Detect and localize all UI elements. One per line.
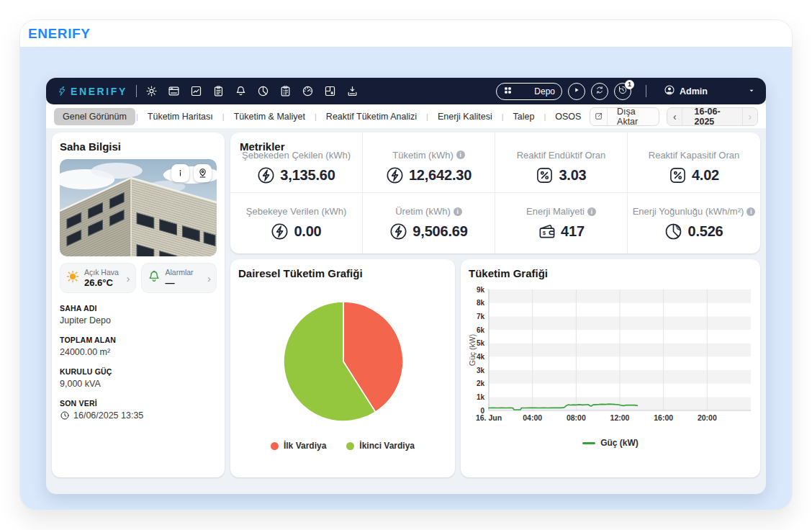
site-info-button[interactable] (171, 164, 189, 182)
app-window: ENERIFY ENERIFY Depo (20, 20, 792, 510)
weather-chip[interactable]: Açık Hava 26.6°C › (60, 263, 136, 293)
chevron-right-icon: › (207, 272, 211, 284)
tab-osos[interactable]: OSOS (546, 108, 590, 125)
apps-window-icon[interactable] (168, 85, 181, 98)
info-icon[interactable]: i (587, 207, 596, 216)
tab-tuketim-haritasi[interactable]: Tüketim Haritası (139, 108, 222, 125)
metric-value: 3,135.60 (257, 166, 335, 184)
field-label: SAHA ADI (60, 304, 217, 313)
metric-reaktif-kapasitif-oran: Reaktif Kapasitif Oran4.02 (628, 132, 760, 193)
alarms-chip[interactable]: Alarmlar — › (141, 263, 217, 293)
user-name: Admin (680, 86, 708, 96)
metric-tuketim-kwh: Tüketim (kWh)i12,642.30 (363, 132, 495, 193)
tab-separator: | (543, 112, 546, 121)
metric-value: 9,506.69 (389, 223, 467, 241)
site-location-button[interactable] (194, 164, 212, 182)
download-icon[interactable] (346, 85, 359, 98)
metric-label: Tüketim (kWh)i (392, 150, 465, 161)
external-link-icon (590, 108, 608, 125)
metric-number: 12,642.30 (409, 167, 472, 184)
percent-icon (536, 166, 554, 184)
metric-label: Şebekeye Verilen (kWh) (246, 206, 346, 217)
legend-label: İlk Vardiya (284, 441, 326, 451)
clipboard-icon[interactable] (212, 85, 225, 98)
metric-enerji-maliyeti: Enerji Maliyetii$417 (495, 193, 628, 253)
grid-icon (503, 86, 513, 97)
field-label: TOPLAM ALAN (60, 336, 217, 344)
x-tick-label: 12:00 (610, 413, 630, 422)
checklist-icon[interactable] (279, 85, 292, 98)
metric-reaktif-enduktif-oran: Reaktif Endüktif Oran3.03 (495, 132, 628, 193)
legend-item-i-lk-vardiya[interactable]: İlk Vardiya (271, 441, 326, 451)
metric-label: Reaktif Endüktif Oran (517, 150, 606, 161)
user-menu[interactable]: Admin (664, 84, 756, 99)
metric-value: $417 (538, 223, 585, 241)
line-chart-title: Tüketim Grafiği (469, 267, 752, 279)
y-tick-label: 5k (477, 339, 485, 347)
y-tick-label: 8k (477, 299, 485, 307)
metric-value: 4.02 (669, 166, 719, 184)
tab-separator: | (136, 112, 138, 121)
metric-label: Reaktif Kapasitif Oran (649, 150, 739, 161)
metric-number: 9,506.69 (412, 223, 467, 240)
brand-logo: ENERIFY (28, 26, 91, 42)
y-tick-label: 3k (477, 367, 485, 374)
info-icon[interactable]: i (454, 207, 462, 216)
bell-icon[interactable] (235, 85, 248, 98)
weather-value: 26.6°C (84, 277, 119, 288)
date-prev-button[interactable]: ‹ (667, 108, 682, 125)
tab-talep[interactable]: Talep (505, 108, 543, 125)
metric-number: 3,135.60 (280, 167, 335, 184)
user-icon (664, 84, 675, 99)
tab-list: Genel Görünüm|Tüketim Haritası|Tüketim &… (54, 108, 590, 125)
package-icon[interactable] (324, 85, 337, 98)
chevron-right-icon: › (127, 272, 130, 284)
date-next-button[interactable]: › (743, 108, 757, 125)
metric-label: Enerji Yoğunluğu (kWh/m²)i (633, 206, 756, 217)
y-tick-label: 7k (477, 313, 485, 320)
legend-item-i-kinci-vardiya[interactable]: İkinci Vardiya (346, 441, 415, 451)
pie-chart-card: Dairesel Tüketim Grafiği İlk Vardiyaİkin… (230, 259, 455, 477)
weather-label: Açık Hava (84, 268, 119, 277)
tab-genel-gorunum[interactable]: Genel Görünüm (54, 108, 135, 125)
navbar-left: ENERIFY (56, 85, 359, 98)
energy-icon (271, 223, 289, 241)
tab-reaktif-tuketim-analizi[interactable]: Reaktif Tüketim Analizi (317, 108, 425, 125)
export-button-label: Dışa Aktar (608, 107, 659, 127)
metric-value: 0.526 (664, 223, 723, 241)
charts-row: Dairesel Tüketim Grafiği İlk Vardiyaİkin… (230, 259, 760, 477)
pie-icon (664, 223, 682, 241)
metrics-card: Metrikler Şebekeden Çekilen (kWh)3,135.6… (230, 132, 760, 253)
date-value[interactable]: 16-06-2025 (682, 108, 742, 125)
energy-icon (257, 166, 275, 184)
tab-separator: | (426, 112, 428, 121)
date-picker: ‹ 16-06-2025 › (667, 107, 758, 126)
info-icon[interactable]: i (746, 207, 755, 216)
export-button[interactable]: Dışa Aktar (590, 107, 659, 126)
trend-chart-icon[interactable] (190, 85, 203, 98)
svg-text:$: $ (543, 230, 546, 236)
site-field-saha-adi: SAHA ADIJupiter Depo (60, 304, 217, 325)
field-label: SON VERİ (60, 399, 217, 408)
field-value: 9,000 kVA (60, 379, 217, 389)
sync-icon (595, 85, 605, 98)
line-chart-legend[interactable]: Güç (kW) (469, 438, 752, 448)
legend-label: İkinci Vardiya (359, 441, 415, 451)
pie-chart-icon[interactable] (257, 85, 270, 98)
x-tick-label: 16. Jun (476, 413, 502, 422)
history-button[interactable]: 1 (614, 83, 631, 100)
settings-icon[interactable] (145, 85, 158, 98)
play-button[interactable] (568, 83, 585, 100)
gauge-icon[interactable] (302, 85, 315, 98)
site-field-kurulu-guc: KURULU GÜÇ9,000 kVA (60, 367, 217, 389)
tab-enerji-kalitesi[interactable]: Enerji Kalitesi (429, 108, 501, 125)
y-tick-label: 4k (477, 353, 485, 361)
tab-tuketim-and-maliyet[interactable]: Tüketim & Maliyet (225, 108, 314, 125)
site-selector[interactable]: Depo (496, 83, 562, 100)
metric-number: 0.526 (687, 223, 723, 240)
metric-value: 0.00 (271, 223, 321, 241)
refresh-button[interactable] (591, 83, 608, 100)
site-field-son-veri: SON VERİ16/06/2025 13:35 (60, 399, 217, 421)
metric-label: Enerji Maliyetii (526, 206, 596, 217)
info-icon[interactable]: i (456, 151, 465, 159)
